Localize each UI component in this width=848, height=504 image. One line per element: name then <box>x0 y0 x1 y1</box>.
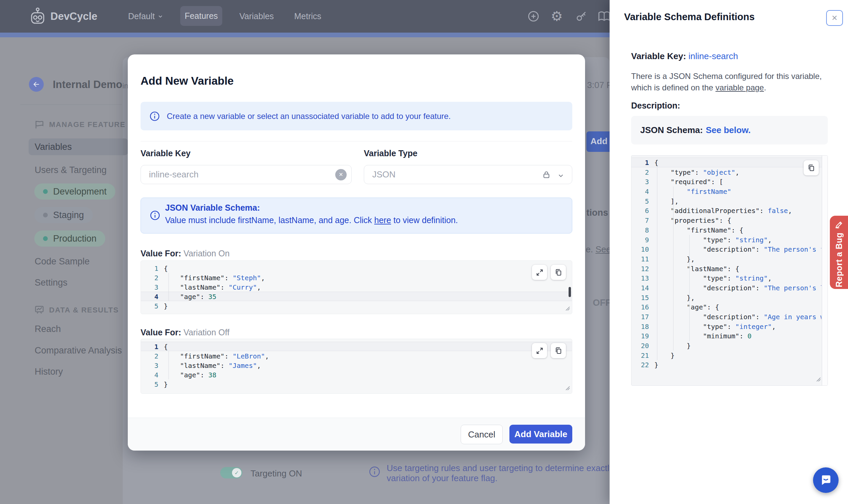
sidebar-item-code-sample[interactable]: Code Sample <box>35 256 90 267</box>
copy-editor-button[interactable] <box>551 265 566 280</box>
add-circle-icon[interactable] <box>527 10 540 22</box>
schema-note-body: Value must include firstName, lastName, … <box>165 215 458 225</box>
variable-schema-panel: Variable Schema Definitions ✕ Variable K… <box>610 0 848 504</box>
sidebar-env-staging[interactable]: Staging <box>34 207 93 223</box>
variable-key-label: Variable Key <box>141 148 191 158</box>
settings-gear-icon[interactable]: ⚙ <box>551 10 563 23</box>
code-line: 10 "description": "The person's fi <box>631 244 828 254</box>
code-line: 18 "type": "integer", <box>631 322 828 331</box>
banner-text: Create a new variable or select an unass… <box>167 111 451 121</box>
add-variable-button[interactable]: Add Variable <box>509 425 572 444</box>
nav-tab-metrics[interactable]: Metrics <box>294 12 322 21</box>
back-button[interactable] <box>29 77 44 92</box>
variable-type-select[interactable]: JSON <box>364 165 572 184</box>
code-line: 5} <box>141 379 572 389</box>
sidebar-divider <box>20 105 122 105</box>
editor-scrollbar[interactable] <box>569 287 571 297</box>
code-line: 6 "additionalProperties": false, <box>631 205 828 215</box>
code-line: 8 "firstName": { <box>631 225 828 235</box>
code-line: 4 "age": 35 <box>141 292 572 301</box>
panel-title: Variable Schema Definitions <box>624 12 755 22</box>
sidebar-item-comparative-analysis[interactable]: Comparative Analysis <box>35 345 122 356</box>
clear-input-icon[interactable]: ✕ <box>335 169 347 180</box>
env-dot-icon <box>43 236 48 241</box>
sidebar-item-users-targeting[interactable]: Users & Targeting <box>35 165 107 175</box>
json-schema-note: JSON Variable Schema: Value must include… <box>141 198 572 234</box>
sidebar-item-variables[interactable]: Variables <box>29 139 128 155</box>
sidebar-item-reach[interactable]: Reach <box>35 324 61 334</box>
targeting-toggle[interactable]: ✓ <box>220 467 242 479</box>
off-badge-fragment: OFF <box>593 298 611 308</box>
sidebar-item-history[interactable]: History <box>35 366 63 377</box>
timestamp-fragment: 3:07 P <box>587 80 612 90</box>
copy-schema-button[interactable] <box>803 160 819 175</box>
code-line: 15 }, <box>631 293 828 302</box>
modal-footer: Cancel Add Variable <box>128 418 585 451</box>
code-scrollbar-track[interactable] <box>822 156 828 385</box>
expand-icon <box>536 347 544 355</box>
modal-title: Add New Variable <box>141 75 234 87</box>
code-line: 2 "type": "object", <box>631 167 828 177</box>
variable-page-link[interactable]: variable page <box>715 83 764 92</box>
cancel-button[interactable]: Cancel <box>461 425 503 444</box>
resize-handle[interactable] <box>565 384 570 392</box>
see-below-link[interactable]: See below. <box>706 125 750 136</box>
code-line: 20 } <box>631 341 828 350</box>
nav-tab-features[interactable]: Features <box>180 6 222 26</box>
code-line: 1{ <box>631 158 828 167</box>
chat-launcher-button[interactable] <box>813 467 838 493</box>
devcycle-logo-icon <box>29 7 47 26</box>
code-line: 19 "minimum": 0 <box>631 331 828 341</box>
chart-board-icon <box>34 305 45 315</box>
code-line: 22} <box>631 360 828 370</box>
sidebar-item-settings[interactable]: Settings <box>35 277 68 288</box>
lock-icon <box>542 170 551 182</box>
expand-editor-button[interactable] <box>532 343 547 358</box>
code-line: 11 }, <box>631 254 828 264</box>
report-bug-label: Report a Bug <box>834 233 844 287</box>
expand-editor-button[interactable] <box>532 265 547 280</box>
value-for-off-label: Value For: Variation Off <box>141 328 229 337</box>
panel-variable-key: Variable Key: inline-search <box>631 51 738 61</box>
schema-code-block[interactable]: 1{2 "type": "object",3 "required": [4 "f… <box>631 155 828 386</box>
chevron-down-icon <box>157 14 163 19</box>
here-link[interactable]: here <box>374 215 391 225</box>
indent-guide <box>169 351 169 379</box>
report-bug-tab[interactable]: Report a Bug <box>830 216 848 289</box>
description-label: Description: <box>631 101 680 110</box>
code-line: 13 "type": "string", <box>631 273 828 283</box>
project-dropdown[interactable]: Default <box>128 12 163 21</box>
modal-info-banner: Create a new variable or select an unass… <box>141 102 572 130</box>
variable-key-link[interactable]: inline-search <box>689 51 738 61</box>
code-line: 4 "firstName" <box>631 186 828 196</box>
json-schema-label: JSON Schema: <box>640 125 703 136</box>
variation-off-editor[interactable]: 1{2 "firstName": "LeBron",3 "lastName": … <box>141 339 572 394</box>
add-new-variable-button-fragment[interactable]: Add Ne <box>586 131 610 152</box>
resize-handle[interactable] <box>815 375 821 383</box>
docs-book-icon[interactable] <box>598 11 611 22</box>
code-line: 3 "required": [ <box>631 177 828 186</box>
nav-tab-variables[interactable]: Variables <box>239 12 274 21</box>
arrow-left-icon <box>32 80 40 88</box>
resize-handle[interactable] <box>565 304 570 312</box>
toggle-check-icon: ✓ <box>232 468 241 478</box>
code-line: 9 "type": "string", <box>631 235 828 245</box>
copy-editor-button[interactable] <box>551 343 566 358</box>
sidebar-env-development[interactable]: Development <box>34 183 115 200</box>
sidebar-env-production[interactable]: Production <box>34 231 105 247</box>
indent-guide <box>169 273 169 301</box>
keys-icon[interactable] <box>575 10 587 22</box>
copy-icon <box>807 164 815 172</box>
code-line: 5 ], <box>631 196 828 206</box>
code-line: 3 "lastName": "Curry", <box>141 282 572 292</box>
code-line: 21 } <box>631 350 828 360</box>
variation-on-editor[interactable]: 1{2 "firstName": "Steph",3 "lastName": "… <box>141 260 572 314</box>
info-icon <box>149 111 160 122</box>
code-line: 2 "firstName": "Steph", <box>141 273 572 282</box>
indent-guide <box>673 186 674 350</box>
variable-type-label: Variable Type <box>364 148 417 158</box>
close-panel-button[interactable]: ✕ <box>826 10 843 26</box>
variable-key-input[interactable]: inline-search ✕ <box>141 165 352 184</box>
code-line: 1{ <box>141 264 572 273</box>
targeting-toggle-label: Targeting ON <box>250 468 302 479</box>
